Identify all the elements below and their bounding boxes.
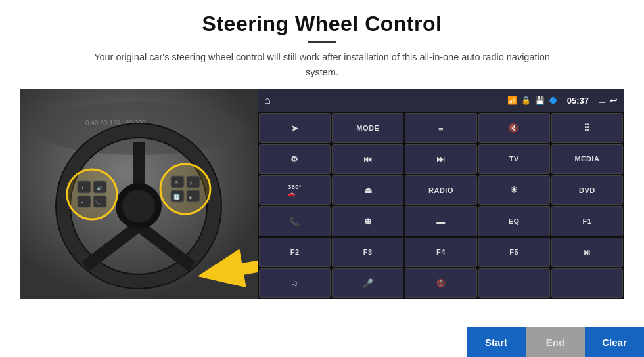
svg-rect-11 bbox=[78, 181, 91, 193]
page-container: Steering Wheel Control Your original car… bbox=[0, 0, 644, 357]
end-button[interactable]: End bbox=[526, 327, 585, 357]
btn-f1[interactable]: F1 bbox=[551, 206, 623, 236]
btn-brightness[interactable]: ☀ bbox=[478, 175, 550, 205]
steering-wheel-svg: 0 40 80 120 160 200 + 🔊 bbox=[20, 89, 258, 299]
lock-icon: 🔒 bbox=[521, 96, 531, 105]
action-bar: Start End Clear bbox=[0, 327, 644, 357]
btn-call-end[interactable]: 📵 bbox=[405, 268, 476, 298]
bt-icon: 🔷 bbox=[549, 96, 558, 105]
btn-360[interactable]: 360°🚗 bbox=[259, 175, 331, 205]
btn-radio[interactable]: RADIO bbox=[405, 175, 476, 205]
sd-icon: 💾 bbox=[535, 96, 545, 105]
btn-eq[interactable]: EQ bbox=[478, 206, 550, 236]
btn-gps[interactable]: ⊕ bbox=[332, 206, 403, 236]
status-time: 05:37 bbox=[567, 96, 589, 106]
btn-settings[interactable]: ⚙ bbox=[259, 144, 331, 174]
btn-empty1 bbox=[478, 268, 550, 298]
svg-text:−: − bbox=[81, 200, 84, 205]
btn-apps[interactable]: ⠿ bbox=[551, 113, 623, 142]
page-subtitle: Your original car's steering wheel contr… bbox=[79, 50, 565, 80]
svg-text:🔊: 🔊 bbox=[97, 185, 103, 191]
svg-text:⚙: ⚙ bbox=[174, 180, 178, 185]
btn-empty2 bbox=[551, 268, 623, 298]
button-grid: ➤ MODE ≡ 🔇 ⠿ ⚙ ⏮ ⏭ TV MEDIA 360°🚗 ⏏ RADI… bbox=[258, 112, 624, 299]
btn-tv[interactable]: TV bbox=[478, 144, 550, 174]
content-row: 0 40 80 120 160 200 + 🔊 bbox=[20, 89, 624, 299]
btn-mode[interactable]: MODE bbox=[332, 113, 403, 142]
btn-next[interactable]: ⏭ bbox=[405, 144, 476, 174]
btn-f3[interactable]: F3 bbox=[332, 238, 403, 267]
btn-playpause[interactable]: ⏯ bbox=[551, 238, 623, 267]
svg-point-10 bbox=[67, 169, 117, 219]
steering-wheel-image: 0 40 80 120 160 200 + 🔊 bbox=[20, 89, 258, 299]
home-icon[interactable]: ⌂ bbox=[264, 94, 271, 106]
action-spacer bbox=[0, 327, 467, 357]
screen-icon: ▭ bbox=[598, 96, 606, 106]
btn-nav[interactable]: ➤ bbox=[259, 113, 331, 142]
svg-rect-15 bbox=[78, 196, 91, 207]
status-bar: ⌂ 📶 🔒 💾 🔷 05:37 ▭ ↩ bbox=[258, 89, 624, 112]
btn-mic[interactable]: 🎤 bbox=[332, 268, 403, 298]
btn-prev[interactable]: ⏮ bbox=[332, 144, 403, 174]
page-title: Steering Wheel Control bbox=[20, 12, 624, 36]
btn-phone[interactable]: 📞 bbox=[259, 206, 331, 236]
btn-mute[interactable]: 🔇 bbox=[478, 113, 550, 142]
title-section: Steering Wheel Control Your original car… bbox=[20, 12, 624, 89]
control-panel: ⌂ 📶 🔒 💾 🔷 05:37 ▭ ↩ ➤ MODE ≡ 🔇 ⠿ ⚙ bbox=[258, 89, 624, 299]
btn-f5[interactable]: F5 bbox=[478, 238, 550, 267]
back-icon[interactable]: ↩ bbox=[610, 95, 618, 106]
btn-list[interactable]: ≡ bbox=[405, 113, 476, 142]
btn-dvd[interactable]: DVD bbox=[551, 175, 623, 205]
clear-button[interactable]: Clear bbox=[585, 327, 644, 357]
svg-text:🔃: 🔃 bbox=[173, 194, 180, 200]
btn-eject[interactable]: ⏏ bbox=[332, 175, 403, 205]
svg-point-9 bbox=[122, 190, 155, 222]
btn-music[interactable]: ♫ bbox=[259, 268, 331, 298]
btn-f4[interactable]: F4 bbox=[405, 238, 476, 267]
btn-media[interactable]: MEDIA bbox=[551, 144, 623, 174]
svg-text:+: + bbox=[81, 185, 84, 191]
svg-text:📞: 📞 bbox=[95, 199, 101, 205]
title-divider bbox=[308, 41, 336, 43]
svg-point-19 bbox=[160, 164, 210, 214]
btn-f2[interactable]: F2 bbox=[259, 238, 331, 267]
wifi-icon: 📶 bbox=[507, 96, 517, 105]
btn-screen[interactable]: ▬ bbox=[405, 206, 476, 236]
start-button[interactable]: Start bbox=[467, 327, 526, 357]
